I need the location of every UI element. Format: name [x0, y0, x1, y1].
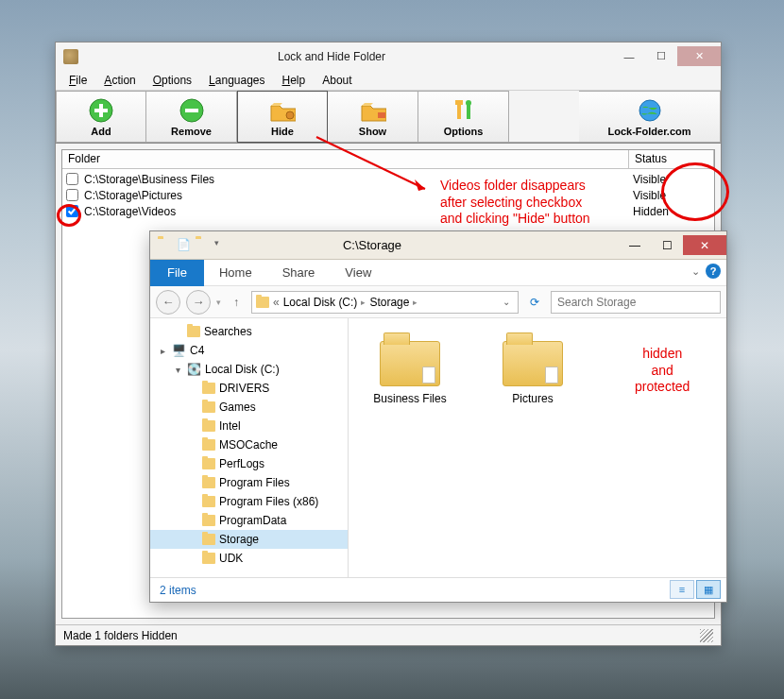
ribbon-tab-share[interactable]: Share — [267, 265, 331, 280]
tree-label: Searches — [204, 325, 252, 338]
folder-icon — [202, 401, 215, 413]
folder-icon — [202, 383, 215, 394]
add-label: Add — [91, 126, 111, 137]
ribbon-tab-home[interactable]: Home — [204, 265, 267, 280]
column-folder[interactable]: Folder — [62, 150, 629, 168]
row-checkbox[interactable] — [66, 205, 78, 217]
tree-item[interactable]: PerfLogs — [150, 454, 348, 473]
row-path: C:\Storage\Business Files — [84, 173, 629, 186]
content-pane[interactable]: Business FilesPictures — [349, 318, 726, 577]
hide-label: Hide — [271, 126, 294, 137]
tree-twist-icon[interactable]: ▸ — [158, 346, 168, 356]
tree-item[interactable]: ProgramData — [150, 511, 348, 530]
explorer-close-button[interactable]: ✕ — [683, 235, 726, 255]
tree-item[interactable]: Games — [150, 398, 348, 417]
menu-languages[interactable]: Languages — [201, 72, 272, 89]
folder-icon — [202, 458, 215, 469]
row-checkbox[interactable] — [66, 173, 78, 185]
folder-icon — [202, 553, 215, 564]
breadcrumb-dropdown-icon[interactable]: ⌄ — [499, 297, 514, 307]
svg-rect-4 — [185, 109, 198, 112]
tree-label: DRIVERS — [219, 382, 269, 395]
add-button[interactable]: Add — [56, 91, 146, 143]
tree-label: UDK — [219, 552, 243, 565]
ribbon-expand-icon[interactable]: ⌄ — [691, 265, 700, 278]
tree-item[interactable]: ▸🖥️C4 — [150, 341, 348, 360]
folder-icon — [202, 496, 215, 507]
column-status[interactable]: Status — [629, 150, 714, 168]
row-checkbox[interactable] — [66, 189, 78, 201]
up-button[interactable]: ↑ — [227, 293, 246, 312]
search-input[interactable] — [551, 291, 721, 314]
item-count: 2 items — [160, 584, 196, 597]
menu-action[interactable]: Action — [96, 72, 143, 89]
explorer-titlebar[interactable]: 📄 ▾ C:\Storage — ☐ ✕ — [150, 231, 726, 260]
svg-point-10 — [466, 100, 471, 106]
website-label: Lock-Folder.com — [607, 126, 690, 137]
breadcrumb-part-1[interactable]: Storage — [369, 296, 409, 309]
tree-label: Program Files (x86) — [219, 495, 318, 508]
menu-about[interactable]: About — [315, 72, 359, 89]
tree-label: ProgramData — [219, 514, 286, 527]
breadcrumb-folder-icon — [256, 297, 269, 308]
row-status: Visible — [629, 173, 710, 186]
refresh-button[interactable]: ⟳ — [524, 292, 545, 313]
minus-icon — [179, 97, 205, 124]
chevron-right-icon: ▸ — [359, 298, 367, 307]
history-dropdown-icon[interactable]: ▾ — [216, 298, 221, 307]
svg-rect-2 — [94, 109, 108, 112]
table-row[interactable]: C:\Storage\VideosHidden — [62, 203, 714, 219]
folder-item[interactable]: Business Files — [367, 341, 452, 405]
show-button[interactable]: Show — [328, 91, 418, 143]
help-icon[interactable]: ? — [706, 264, 721, 279]
tree-item[interactable]: DRIVERS — [150, 379, 348, 398]
remove-button[interactable]: Remove — [146, 91, 237, 143]
menu-file[interactable]: File — [61, 72, 94, 89]
maximize-button[interactable]: ☐ — [645, 46, 677, 66]
view-details-button[interactable]: ≡ — [670, 580, 694, 599]
hide-button[interactable]: Hide — [237, 91, 328, 143]
plus-icon — [88, 97, 114, 124]
tree-item[interactable]: Intel — [150, 417, 348, 435]
folder-icon — [202, 477, 215, 488]
address-bar-row: ← → ▾ ↑ « Local Disk (C:) ▸ Storage ▸ ⌄ … — [150, 286, 726, 318]
tree-twist-icon[interactable]: ▾ — [173, 365, 183, 375]
tree-label: PerfLogs — [219, 457, 264, 470]
explorer-statusbar: 2 items ≡ ▦ — [150, 577, 726, 602]
menu-options[interactable]: Options — [145, 72, 199, 89]
minimize-button[interactable]: — — [613, 46, 645, 66]
drive-icon: 💽 — [187, 363, 201, 376]
folder-lock-icon — [269, 97, 296, 124]
file-tab[interactable]: File — [150, 260, 204, 286]
tree-label: Storage — [219, 533, 259, 546]
folder-name: Pictures — [512, 392, 553, 405]
tree-item[interactable]: MSOCache — [150, 435, 348, 454]
explorer-minimize-button[interactable]: — — [619, 235, 651, 255]
forward-button[interactable]: → — [186, 290, 211, 315]
website-button[interactable]: Lock-Folder.com — [579, 91, 721, 143]
table-row[interactable]: C:\Storage\Business FilesVisible — [62, 171, 714, 187]
close-button[interactable]: ✕ — [677, 46, 721, 66]
explorer-maximize-button[interactable]: ☐ — [651, 235, 683, 255]
window-title: Lock and Hide Folder — [56, 50, 607, 63]
tree-view[interactable]: Searches▸🖥️C4▾💽Local Disk (C:)DRIVERSGam… — [150, 318, 349, 577]
row-status: Hidden — [629, 205, 710, 218]
table-row[interactable]: C:\Storage\PicturesVisible — [62, 187, 714, 203]
tree-item[interactable]: UDK — [150, 549, 348, 568]
tree-label: Intel — [219, 419, 241, 433]
resize-grip[interactable] — [700, 629, 713, 642]
breadcrumb-part-0[interactable]: Local Disk (C:) — [283, 296, 358, 309]
tree-item[interactable]: Searches — [150, 322, 348, 341]
tree-item[interactable]: Storage — [150, 530, 348, 549]
menu-help[interactable]: Help — [275, 72, 314, 89]
ribbon-tab-view[interactable]: View — [330, 265, 386, 280]
titlebar[interactable]: Lock and Hide Folder — ☐ ✕ — [56, 43, 721, 70]
breadcrumb[interactable]: « Local Disk (C:) ▸ Storage ▸ ⌄ — [251, 291, 519, 314]
view-icons-button[interactable]: ▦ — [696, 580, 721, 599]
tree-item[interactable]: ▾💽Local Disk (C:) — [150, 360, 348, 379]
options-button[interactable]: Options — [418, 91, 509, 143]
tree-item[interactable]: Program Files (x86) — [150, 492, 348, 511]
folder-item[interactable]: Pictures — [490, 341, 575, 405]
back-button[interactable]: ← — [156, 290, 180, 315]
tree-item[interactable]: Program Files — [150, 473, 348, 492]
